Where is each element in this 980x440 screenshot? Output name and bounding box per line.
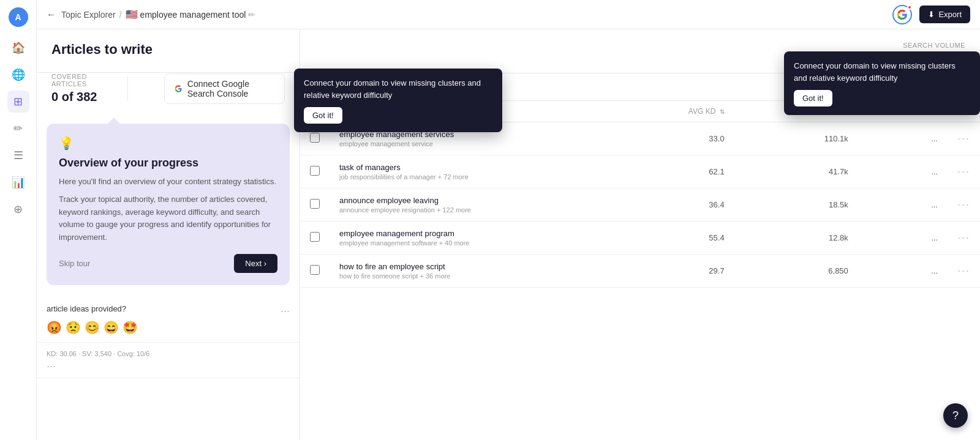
topbar-right: ⬇ Export xyxy=(892,5,970,24)
list-item[interactable]: article ideas provided? ... 😡 😟 😊 😄 🤩 xyxy=(37,295,300,343)
row-menu-cell-1: ··· xyxy=(948,155,980,188)
tooltip-topright-got-it[interactable]: Got it! xyxy=(794,90,832,106)
table-row[interactable]: how to fire an employee script how to fi… xyxy=(300,255,980,288)
search-vol-cell-2: 18.5k xyxy=(734,188,858,222)
breadcrumb-current: 🇺🇸 employee management tool ✏ xyxy=(126,9,256,20)
topbar-left: ← Topic Explorer / 🇺🇸 employee managemen… xyxy=(47,9,255,20)
search-vol-cell-4: 6,850 xyxy=(734,255,858,288)
edit-title-icon[interactable]: ✏ xyxy=(248,10,255,20)
article-cell-3: employee management program employee man… xyxy=(330,222,625,255)
article-title-4: how to fire an employee script xyxy=(339,262,616,271)
sidebar-item-home[interactable]: 🏠 xyxy=(7,37,29,59)
position-cell-4: ... xyxy=(858,255,948,288)
emoji-2[interactable]: 😟 xyxy=(66,320,81,335)
article-cell-1: task of managers job responsibilities of… xyxy=(330,155,625,188)
search-vol-cell-3: 12.8k xyxy=(734,222,858,255)
list-item-title: article ideas provided? xyxy=(47,304,126,313)
table-row[interactable]: employee management program employee man… xyxy=(300,222,980,255)
covered-articles-label: COVERED ARTICLES xyxy=(51,73,103,88)
next-button[interactable]: Next › xyxy=(234,254,277,273)
row-checkbox-4[interactable] xyxy=(310,265,320,275)
article-subtitle-2: announce employee resignation + 122 more xyxy=(339,206,616,214)
back-button[interactable]: ← xyxy=(47,9,56,20)
search-vol-cell-1: 41.7k xyxy=(734,155,858,188)
row-menu-3[interactable]: ··· xyxy=(957,231,970,244)
main-area: ← Topic Explorer / 🇺🇸 employee managemen… xyxy=(37,0,980,440)
help-button[interactable]: ? xyxy=(943,403,968,428)
emoji-5[interactable]: 🤩 xyxy=(123,320,138,335)
row-menu-1[interactable]: ··· xyxy=(957,165,970,177)
avg-kd-sort-icon: ⇅ xyxy=(720,108,725,115)
row-menu-4[interactable]: ··· xyxy=(957,264,970,277)
row-checkbox-1[interactable] xyxy=(310,166,320,176)
tour-text-2: Track your topical authority, the number… xyxy=(59,193,277,244)
sidebar-item-edit[interactable]: ✏ xyxy=(7,117,29,140)
sidebar-item-chart[interactable]: 📊 xyxy=(7,171,29,193)
article-subtitle-0: employee management service xyxy=(339,140,616,147)
avg-kd-cell-3: 55.4 xyxy=(625,222,734,255)
sidebar-item-globe[interactable]: 🌐 xyxy=(7,64,29,86)
row-checkbox-cell xyxy=(300,188,330,222)
article-subtitle-3: employee management software + 40 more xyxy=(339,239,616,247)
table-row[interactable]: announce employee leaving announce emplo… xyxy=(300,188,980,222)
row-menu-cell-0: ··· xyxy=(948,122,980,155)
sidebar-item-grid[interactable]: ⊞ xyxy=(7,91,29,113)
article-title-2: announce employee leaving xyxy=(339,196,616,205)
row-menu-0[interactable]: ··· xyxy=(957,132,970,144)
sidebar: A 🏠 🌐 ⊞ ✏ ☰ 📊 ⊕ xyxy=(0,0,37,440)
sidebar-item-add[interactable]: ⊕ xyxy=(7,198,29,220)
position-cell-3: ... xyxy=(858,222,948,255)
skip-tour-button[interactable]: Skip tour xyxy=(59,259,90,268)
row-checkbox-cell xyxy=(300,255,330,288)
avg-kd-cell-1: 62.1 xyxy=(625,155,734,188)
search-vol-cell-0: 110.1k xyxy=(734,122,858,155)
emoji-4[interactable]: 😄 xyxy=(104,320,119,335)
stat-divider xyxy=(127,76,128,101)
emoji-1[interactable]: 😡 xyxy=(47,320,62,335)
emoji-3[interactable]: 😊 xyxy=(85,320,100,335)
tour-popup: 💡 Overview of your progress Here you'll … xyxy=(47,124,290,285)
export-button[interactable]: ⬇ Export xyxy=(919,6,970,23)
row-checkbox-cell xyxy=(300,222,330,255)
article-subtitle-1: job responsibilities of a manager + 72 m… xyxy=(339,173,616,181)
table-row[interactable]: task of managers job responsibilities of… xyxy=(300,155,980,188)
page-header: Articles to write xyxy=(37,29,300,73)
tooltip-topright-message: Connect your domain to view missing clus… xyxy=(794,60,970,84)
sidebar-item-list[interactable]: ☰ xyxy=(7,144,29,166)
covered-articles-value: 0 of 382 xyxy=(51,90,103,104)
export-label: Export xyxy=(938,10,962,19)
row-menu-2[interactable]: ··· xyxy=(957,198,970,211)
gsc-connect-button[interactable]: Connect Google Search Console xyxy=(164,73,285,104)
article-cell-2: announce employee leaving announce emplo… xyxy=(330,188,625,222)
position-cell-0: ... xyxy=(858,122,948,155)
article-subtitle-4: how to fire someone script + 36 more xyxy=(339,272,616,280)
covered-articles-stat: COVERED ARTICLES 0 of 382 xyxy=(51,73,103,104)
row-menu-cell-3: ··· xyxy=(948,222,980,255)
breadcrumb-page: employee management tool xyxy=(140,10,246,20)
tooltip-center-message: Connect your domain to view missing clus… xyxy=(304,77,492,101)
tour-text-1: Here you'll find an overview of your con… xyxy=(59,176,277,188)
row-checkbox-0[interactable] xyxy=(310,133,320,143)
gsc-connect-label: Connect Google Search Console xyxy=(187,79,274,99)
list-item-menu[interactable]: ... xyxy=(281,302,290,315)
google-notification-dot xyxy=(907,5,912,10)
list-item-2-menu[interactable]: ... xyxy=(47,357,290,370)
row-checkbox-2[interactable] xyxy=(310,199,320,209)
google-button[interactable] xyxy=(892,5,912,24)
article-cell-4: how to fire an employee script how to fi… xyxy=(330,255,625,288)
col-avg-kd[interactable]: AVG KD ⇅ xyxy=(625,101,734,122)
article-title-1: task of managers xyxy=(339,163,616,172)
tooltip-center-got-it[interactable]: Got it! xyxy=(304,107,342,124)
row-checkbox-3[interactable] xyxy=(310,232,320,242)
row-checkbox-cell xyxy=(300,155,330,188)
list-item-meta-row: KD: 30.06 · SV: 3,540 · Covg: 10/6 ... xyxy=(37,343,300,378)
avatar: A xyxy=(9,7,28,27)
stats-bar: COVERED ARTICLES 0 of 382 Connect Google… xyxy=(37,73,300,114)
breadcrumb-separator: / xyxy=(119,10,122,20)
flag-icon: 🇺🇸 xyxy=(126,9,138,20)
tour-title: Overview of your progress xyxy=(59,157,277,170)
breadcrumb: Topic Explorer / 🇺🇸 employee management … xyxy=(61,9,255,20)
breadcrumb-parent[interactable]: Topic Explorer xyxy=(61,10,116,20)
table-body: employee management services employee ma… xyxy=(300,122,980,288)
table-wrapper: Article / Main KW AVG KD ⇅ Search vol. ↓… xyxy=(300,101,980,440)
